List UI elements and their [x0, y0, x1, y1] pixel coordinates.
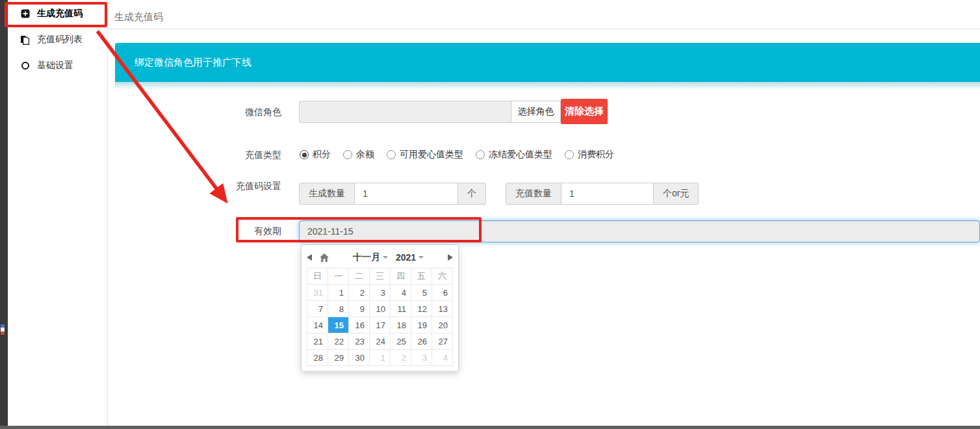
datepicker-popup: 十一月 2021 日一二三四五六311234567891011121314151… [301, 244, 459, 372]
next-month-icon[interactable] [448, 254, 453, 261]
calendar-day[interactable]: 28 [307, 350, 328, 366]
radio-label: 冻结爱心值类型 [489, 149, 552, 161]
chevron-down-icon [383, 256, 388, 259]
copy-icon [20, 35, 30, 45]
weekday-header: 五 [411, 268, 432, 285]
recharge-quantity-input[interactable] [561, 183, 654, 205]
window-left-strip [0, 0, 8, 429]
calendar-day[interactable]: 2 [349, 285, 370, 301]
weekday-header: 三 [370, 268, 391, 285]
add-square-icon [20, 9, 30, 19]
radio-option[interactable]: 可用爱心值类型 [387, 149, 463, 161]
calendar-day[interactable]: 19 [411, 317, 432, 333]
sidebar-item-label: 基础设置 [37, 60, 73, 72]
recharge-type-label: 充值类型 [185, 150, 281, 161]
year-dropdown[interactable]: 2021 [396, 252, 424, 263]
wechat-role-label: 微信角色 [185, 107, 281, 118]
weekday-header: 一 [328, 268, 349, 285]
validity-label: 有效期 [185, 226, 281, 237]
radio-option[interactable]: 消费积分 [565, 149, 614, 161]
sidebar-item-settings[interactable]: 基础设置 [8, 53, 107, 79]
generate-quantity-group: 生成数量 个 [299, 183, 486, 205]
banner: 绑定微信角色用于推广下线 [115, 43, 980, 82]
calendar-day[interactable]: 13 [432, 301, 453, 317]
calendar-day[interactable]: 27 [432, 333, 453, 350]
calendar-day[interactable]: 6 [432, 285, 453, 301]
calendar-grid: 日一二三四五六311234567891011121314151617181920… [307, 268, 453, 366]
radio-option[interactable]: 余额 [343, 149, 374, 161]
calendar-day[interactable]: 23 [349, 333, 370, 350]
radio-icon[interactable] [300, 150, 309, 159]
edge-handle[interactable] [1, 324, 5, 335]
calendar-day[interactable]: 20 [432, 317, 453, 333]
calendar-day[interactable]: 11 [391, 301, 411, 317]
circle-icon [20, 61, 30, 71]
banner-shadow [115, 82, 980, 90]
calendar-day[interactable]: 4 [391, 285, 411, 301]
calendar-day[interactable]: 31 [307, 285, 328, 301]
radio-icon[interactable] [565, 150, 574, 159]
clear-selection-button[interactable]: 清除选择 [561, 99, 608, 124]
calendar-day[interactable]: 12 [411, 301, 432, 317]
title-divider [108, 29, 980, 29]
select-role-button[interactable]: 选择角色 [511, 101, 561, 123]
calendar-day[interactable]: 2 [391, 350, 411, 366]
calendar-day[interactable]: 3 [411, 350, 432, 366]
sidebar: 生成充值码充值码列表基础设置 [8, 0, 107, 426]
radio-icon[interactable] [343, 150, 352, 159]
generate-quantity-input[interactable] [354, 183, 458, 205]
calendar-day[interactable]: 1 [328, 285, 349, 301]
recharge-quantity-group: 充值数量 个or元 [506, 183, 699, 205]
calendar-day[interactable]: 14 [307, 317, 328, 333]
calendar-day[interactable]: 8 [328, 301, 349, 317]
calendar-day[interactable]: 25 [391, 333, 411, 350]
prev-month-icon[interactable] [307, 254, 312, 261]
calendar-day[interactable]: 7 [307, 301, 328, 317]
radio-label: 积分 [313, 149, 331, 161]
home-icon[interactable] [320, 254, 329, 262]
datepicker-nav: 十一月 2021 [307, 248, 453, 266]
window-bottom-bar [0, 426, 980, 429]
recharge-type-radio-group: 积分余额可用爱心值类型冻结爱心值类型消费积分 [300, 149, 614, 161]
generate-quantity-prefix: 生成数量 [299, 183, 354, 205]
calendar-day[interactable]: 5 [411, 285, 432, 301]
weekday-header: 二 [349, 268, 370, 285]
validity-input[interactable] [299, 220, 980, 242]
calendar-day[interactable]: 18 [391, 317, 411, 333]
wechat-role-input[interactable] [299, 101, 511, 123]
sidebar-divider [107, 0, 108, 426]
sidebar-item-generate[interactable]: 生成充值码 [8, 0, 107, 27]
calendar-day-selected[interactable]: 15 [328, 317, 349, 333]
recharge-quantity-prefix: 充值数量 [506, 183, 561, 205]
radio-option[interactable]: 积分 [300, 149, 331, 161]
calendar-day[interactable]: 3 [370, 285, 391, 301]
weekday-header: 六 [432, 268, 453, 285]
calendar-day[interactable]: 9 [349, 301, 370, 317]
radio-label: 消费积分 [578, 149, 614, 161]
recharge-quantity-suffix: 个or元 [654, 183, 699, 205]
sidebar-item-list[interactable]: 充值码列表 [8, 27, 107, 53]
radio-label: 余额 [356, 149, 374, 161]
calendar-day[interactable]: 29 [328, 350, 349, 366]
weekday-header: 四 [391, 268, 411, 285]
calendar-day[interactable]: 1 [370, 350, 391, 366]
calendar-day[interactable]: 10 [370, 301, 391, 317]
calendar-day[interactable]: 16 [349, 317, 370, 333]
calendar-day[interactable]: 4 [432, 350, 453, 366]
radio-option[interactable]: 冻结爱心值类型 [476, 149, 552, 161]
calendar-day[interactable]: 26 [411, 333, 432, 350]
calendar-day[interactable]: 22 [328, 333, 349, 350]
weekday-header: 日 [307, 268, 328, 285]
generate-quantity-suffix: 个 [458, 183, 486, 205]
calendar-day[interactable]: 24 [370, 333, 391, 350]
month-dropdown[interactable]: 十一月 [353, 252, 388, 263]
radio-icon[interactable] [476, 150, 485, 159]
radio-icon[interactable] [387, 150, 396, 159]
radio-label: 可用爱心值类型 [400, 149, 463, 161]
sidebar-item-label: 充值码列表 [37, 34, 83, 46]
calendar-day[interactable]: 21 [307, 333, 328, 350]
page-title: 生成充值码 [114, 11, 163, 23]
calendar-day[interactable]: 17 [370, 317, 391, 333]
calendar-day[interactable]: 30 [349, 350, 370, 366]
sidebar-item-label: 生成充值码 [37, 8, 83, 20]
